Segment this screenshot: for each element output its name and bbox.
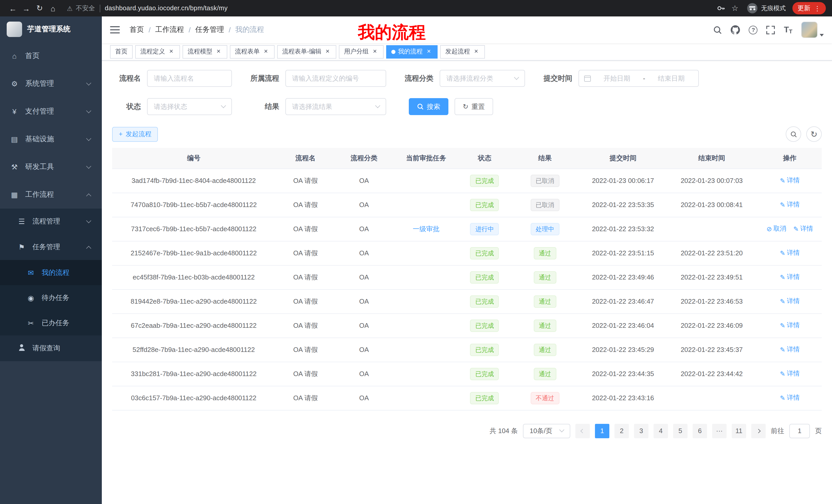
hide-search-button[interactable] [786,127,801,142]
detail-link[interactable]: ✎详情 [780,394,800,402]
user-menu[interactable] [801,22,824,38]
search-button-label: 搜索 [427,102,440,111]
sidebar-item-payment[interactable]: ¥ 支付管理 [0,97,102,125]
browser-menu-icon[interactable]: ⋮ [814,4,821,12]
process-name: OA 请假 [275,313,336,338]
filter-label: 所属流程 [246,74,279,83]
close-tab-icon[interactable]: × [371,48,379,55]
parent-process-input[interactable] [285,70,386,87]
tab-start-process[interactable]: 发起流程 × [440,45,485,58]
prev-page-button[interactable] [575,424,590,438]
chevron-down-icon [514,75,519,80]
current-task-link[interactable]: 一级审批 [413,225,439,232]
detail-link[interactable]: ✎详情 [780,345,800,354]
sidebar-item-task-management[interactable]: ⚑ 任务管理 [0,234,102,260]
detail-link[interactable]: ✎详情 [780,200,800,209]
address-url[interactable]: dashboard.yudao.iocoder.cn/bpm/task/my [105,5,228,12]
page-button-3[interactable]: 3 [634,424,648,438]
detail-link[interactable]: ✎详情 [780,321,800,330]
page-button-1[interactable]: 1 [595,424,609,438]
page-button-5[interactable]: 5 [673,424,687,438]
detail-link[interactable]: ✎详情 [780,369,800,378]
fullscreen-icon[interactable] [766,25,775,34]
refresh-button[interactable]: ↻ [806,127,822,142]
top-navbar: 首页 / 工作流程 / 任务管理 / 我的流程 我的流程 ? [102,17,832,43]
tab-process-form-edit[interactable]: 流程表单-编辑 × [277,45,336,58]
sidebar-item-todo-tasks[interactable]: ◉ 待办任务 [0,285,102,310]
close-tab-icon[interactable]: × [473,48,480,55]
col-category: 流程分类 [336,148,392,169]
incognito-badge[interactable]: 无痕模式 [747,3,786,13]
more-pages-button[interactable]: ··· [712,424,727,438]
tab-user-group[interactable]: 用户分组 × [339,45,384,58]
process-category: OA [336,193,392,217]
update-button[interactable]: 更新 ⋮ [792,2,826,15]
breadcrumb-home[interactable]: 首页 [130,25,144,34]
next-page-button[interactable] [751,424,766,438]
app-logo-row[interactable]: 芋道管理系统 [0,17,102,42]
cancel-link[interactable]: ⊘取消 [766,225,786,233]
page-button-4[interactable]: 4 [654,424,668,438]
browser-home-icon[interactable]: ⌂ [46,4,60,12]
detail-link[interactable]: ✎详情 [793,225,813,233]
sidebar-item-leave-query[interactable]: 请假查询 [0,335,102,361]
sidebar-item-workflow[interactable]: ▦ 工作流程 [0,181,102,208]
jump-page-input[interactable] [789,424,810,438]
tab-my-process[interactable]: 我的流程 × [386,45,438,58]
font-size-icon[interactable]: TT [784,25,792,34]
browser-reload-icon[interactable]: ↻ [33,4,46,13]
address-bar[interactable]: ⚠ 不安全 dashboard.yudao.iocoder.cn/bpm/tas… [67,4,717,12]
page-button-11[interactable]: 11 [732,424,746,438]
page-button-6[interactable]: 6 [693,424,707,438]
password-key-icon[interactable] [717,4,725,12]
tab-process-model[interactable]: 流程模型 × [183,45,227,58]
browser-back-icon[interactable]: ← [6,4,20,12]
reset-button[interactable]: ↻ 重置 [454,98,493,115]
github-icon[interactable] [731,25,740,34]
detail-link[interactable]: ✎详情 [780,176,800,185]
select-placeholder: 请选择流程分类 [446,74,493,83]
hamburger-icon[interactable] [110,26,120,33]
page-button-2[interactable]: 2 [615,424,629,438]
sidebar-item-system[interactable]: ⚙ 系统管理 [0,70,102,97]
tab-home[interactable]: 首页 [110,45,133,58]
close-tab-icon[interactable]: × [324,48,331,55]
result-tag: 通过 [534,271,556,283]
help-icon[interactable]: ? [749,25,758,34]
close-tab-icon[interactable]: × [425,48,433,55]
detail-link[interactable]: ✎详情 [780,249,800,257]
breadcrumb-task-management[interactable]: 任务管理 [196,25,224,34]
sidebar-item-process-management[interactable]: ☰ 流程管理 [0,208,102,234]
sidebar-item-devtools[interactable]: ⚒ 研发工具 [0,153,102,181]
search-button[interactable]: 搜索 [409,98,448,115]
sidebar-item-my-process[interactable]: ✉ 我的流程 [0,260,102,285]
detail-link[interactable]: ✎详情 [780,297,800,306]
chevron-left-icon [580,429,585,433]
detail-link[interactable]: ✎详情 [780,273,800,282]
chevron-up-icon [86,246,91,251]
sidebar-item-infrastructure[interactable]: ▤ 基础设施 [0,125,102,153]
sidebar-item-done-tasks[interactable]: ✂ 已办任务 [0,310,102,335]
breadcrumb-workflow[interactable]: 工作流程 [155,25,184,34]
avatar[interactable] [801,22,817,38]
filter-category: 流程分类 请选择流程分类 [400,70,525,87]
category-select[interactable]: 请选择流程分类 [440,70,525,87]
browser-forward-icon[interactable]: → [20,4,33,12]
sidebar-item-home[interactable]: ⌂ 首页 [0,42,102,70]
edit-icon: ✎ [780,249,785,257]
result-select[interactable]: 请选择流结果 [285,98,386,115]
tab-process-definition[interactable]: 流程定义 × [135,45,180,58]
submit-time-range-picker[interactable]: 开始日期 - 结束日期 [578,70,699,87]
start-process-button[interactable]: + 发起流程 [112,127,158,142]
close-tab-icon[interactable]: × [215,48,222,55]
security-status[interactable]: ⚠ 不安全 [67,4,95,12]
close-tab-icon[interactable]: × [167,48,175,55]
search-icon[interactable] [713,25,722,34]
process-name-input[interactable] [147,70,232,87]
close-tab-icon[interactable]: × [262,48,269,55]
bookmark-star-icon[interactable]: ☆ [731,4,738,13]
tab-process-form[interactable]: 流程表单 × [230,45,275,58]
page-size-select[interactable]: 10条/页 [523,424,570,438]
status-select[interactable]: 请选择状态 [147,98,232,115]
sidebar-item-label: 请假查询 [32,344,92,353]
